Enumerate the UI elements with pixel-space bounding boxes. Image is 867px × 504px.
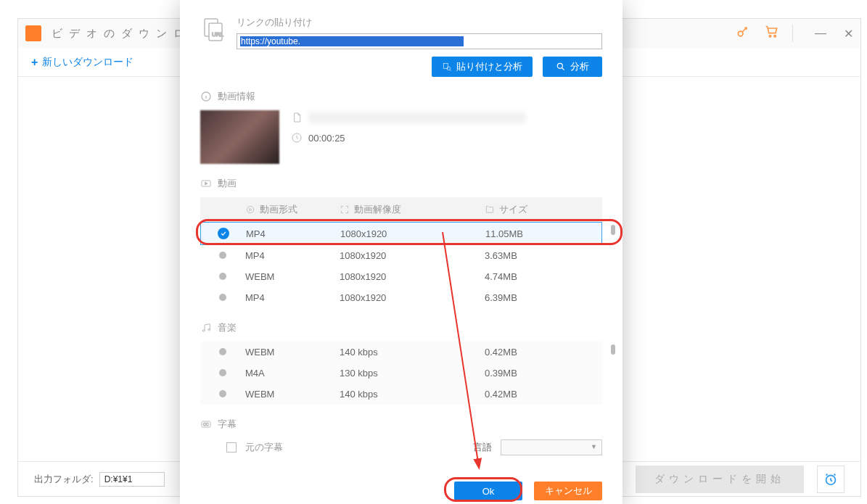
new-download-label: 新しいダウンロード [42, 56, 133, 69]
video-formats-section: 動画 [200, 177, 602, 190]
close-button[interactable]: ✕ [844, 27, 853, 41]
video-format-row[interactable]: MP41080x19206.39MB [200, 287, 602, 308]
download-modal: URL リンクの貼り付け https://youtube. 貼り付けと分析 分析… [180, 0, 622, 504]
url-input[interactable]: https://youtube. [237, 33, 602, 49]
subtitle-section: CC 字幕 [200, 418, 602, 431]
scrollbar-thumb[interactable] [611, 225, 615, 235]
cart-icon[interactable] [765, 25, 779, 42]
analyze-button[interactable]: 分析 [543, 57, 602, 77]
paste-and-analyze-button[interactable]: 貼り付けと分析 [432, 57, 533, 77]
plus-icon: + [31, 56, 38, 69]
svg-point-0 [738, 31, 743, 36]
url-paste-icon: URL [200, 16, 226, 42]
scrollbar-thumb[interactable] [611, 344, 615, 355]
schedule-button[interactable] [817, 466, 845, 493]
video-format-row[interactable]: WEBM1080x19204.74MB [200, 266, 602, 287]
svg-point-15 [208, 329, 210, 331]
svg-text:CC: CC [203, 422, 209, 426]
svg-point-9 [557, 63, 562, 68]
app-icon [25, 25, 41, 41]
paste-link-label: リンクの貼り付け [237, 16, 602, 29]
audio-format-row[interactable]: M4A130 kbps0.39MB [200, 363, 602, 384]
svg-point-1 [769, 36, 771, 38]
video-title-redacted [308, 112, 526, 123]
svg-point-14 [202, 330, 205, 332]
key-icon[interactable] [736, 25, 750, 42]
video-format-row[interactable]: MP41080x19203.63MB [200, 245, 602, 266]
audio-format-row[interactable]: WEBM140 kbps0.42MB [200, 384, 602, 405]
ok-button[interactable]: Ok [454, 482, 522, 500]
svg-point-2 [774, 36, 776, 38]
language-label: 言語 [473, 441, 492, 454]
output-folder-input[interactable] [99, 472, 165, 487]
language-select[interactable] [501, 439, 602, 455]
minimize-button[interactable]: — [815, 27, 826, 40]
svg-text:URL: URL [212, 31, 224, 38]
new-download-button[interactable]: + 新しいダウンロード [31, 56, 133, 69]
start-download-button[interactable]: ダウンロードを開始 [636, 466, 804, 493]
svg-point-13 [247, 206, 253, 212]
cancel-button[interactable]: キャンセル [534, 482, 602, 500]
original-subtitle-label: 元の字幕 [245, 441, 283, 454]
original-subtitle-checkbox[interactable] [226, 442, 237, 453]
video-duration: 00:00:25 [308, 133, 345, 144]
audio-section: 音楽 [200, 321, 602, 334]
output-folder-label: 出力フォルダ: [34, 473, 94, 486]
video-format-row[interactable]: MP41080x192011.05MB [200, 222, 602, 245]
video-thumbnail [200, 110, 279, 164]
audio-format-row[interactable]: WEBM140 kbps0.42MB [200, 342, 602, 363]
format-table-header: 動画形式 動画解像度 サイズ [200, 197, 602, 222]
video-info-section: 動画情報 [200, 90, 602, 103]
